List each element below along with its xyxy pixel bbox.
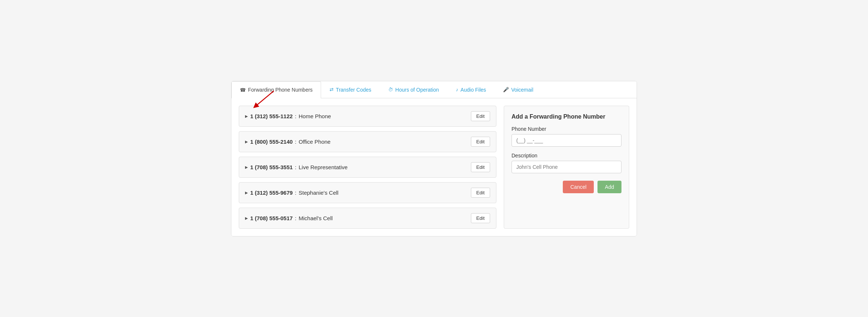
expand-triangle-2: ▶ <box>245 165 248 169</box>
edit-button-2[interactable]: Edit <box>471 162 490 172</box>
tab-forwarding[interactable]: ☎ Forwarding Phone Numbers <box>231 81 321 98</box>
phone-entry-2: ▶ 1 (708) 555-3551 : Live Representative… <box>239 157 496 178</box>
phone-entry-label-4: ▶ 1 (708) 555-0517 : Michael's Cell <box>245 215 333 221</box>
add-button[interactable]: Add <box>597 181 621 193</box>
add-phone-panel: Add a Forwarding Phone Number Phone Numb… <box>504 106 629 229</box>
phone-entry-label-0: ▶ 1 (312) 555-1122 : Home Phone <box>245 113 331 119</box>
mic-icon: 🎤 <box>503 87 509 92</box>
edit-button-4[interactable]: Edit <box>471 213 490 223</box>
edit-button-1[interactable]: Edit <box>471 137 490 147</box>
description-input[interactable] <box>512 161 621 173</box>
phone-entry-4: ▶ 1 (708) 555-0517 : Michael's Cell Edit <box>239 208 496 229</box>
cancel-button[interactable]: Cancel <box>563 181 594 193</box>
tab-voicemail[interactable]: 🎤 Voicemail <box>495 81 542 98</box>
tab-transfer[interactable]: ⇄ Transfer Codes <box>321 81 380 98</box>
phone-number-group: Phone Number <box>512 126 621 147</box>
edit-button-0[interactable]: Edit <box>471 111 490 121</box>
main-container: ☎ Forwarding Phone Numbers ⇄ Transfer Co… <box>231 81 637 236</box>
expand-triangle-0: ▶ <box>245 114 248 118</box>
tab-bar: ☎ Forwarding Phone Numbers ⇄ Transfer Co… <box>231 81 637 98</box>
tab-hours[interactable]: ⏱ Hours of Operation <box>380 81 447 98</box>
transfer-icon: ⇄ <box>330 87 334 92</box>
phone-number-label: Phone Number <box>512 126 621 132</box>
phone-entry-label-2: ▶ 1 (708) 555-3551 : Live Representative <box>245 164 348 170</box>
phone-number-input[interactable] <box>512 134 621 147</box>
tab-audio[interactable]: ♪ Audio Files <box>447 81 495 98</box>
expand-triangle-4: ▶ <box>245 216 248 220</box>
content-area: ▶ 1 (312) 555-1122 : Home Phone Edit ▶ 1… <box>231 98 637 236</box>
expand-triangle-1: ▶ <box>245 140 248 144</box>
phone-entry-0: ▶ 1 (312) 555-1122 : Home Phone Edit <box>239 106 496 127</box>
phone-entry-label-3: ▶ 1 (312) 555-9679 : Stephanie's Cell <box>245 190 338 196</box>
phone-list-panel: ▶ 1 (312) 555-1122 : Home Phone Edit ▶ 1… <box>239 106 496 229</box>
add-panel-title: Add a Forwarding Phone Number <box>512 113 621 120</box>
description-group: Description <box>512 153 621 173</box>
edit-button-3[interactable]: Edit <box>471 188 490 198</box>
phone-icon: ☎ <box>240 87 246 93</box>
phone-entry-label-1: ▶ 1 (800) 555-2140 : Office Phone <box>245 139 331 145</box>
clock-icon: ⏱ <box>388 87 393 92</box>
music-icon: ♪ <box>456 87 458 92</box>
form-actions: Cancel Add <box>512 181 621 193</box>
expand-triangle-3: ▶ <box>245 191 248 195</box>
phone-entry-3: ▶ 1 (312) 555-9679 : Stephanie's Cell Ed… <box>239 182 496 203</box>
phone-entry-1: ▶ 1 (800) 555-2140 : Office Phone Edit <box>239 131 496 152</box>
description-label: Description <box>512 153 621 158</box>
